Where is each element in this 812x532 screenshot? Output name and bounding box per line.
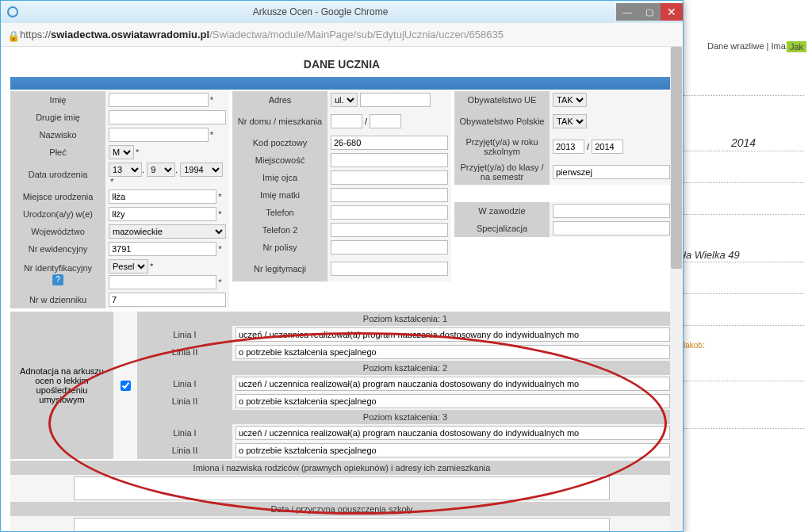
input-p1-linia1[interactable] [236, 327, 670, 342]
bg-address-text: ła Wielka 49 [684, 249, 740, 261]
label-adnotacja: Adnotacja na arkuszu ocen o lekkim upośl… [10, 312, 113, 459]
input-telefon2[interactable] [331, 223, 448, 237]
label-przyjety-rok: Przyjęt(y/a) w roku szkolnym [454, 134, 550, 159]
section-bar [10, 77, 673, 90]
input-miejsce-urodzenia[interactable] [109, 189, 216, 204]
select-id-type[interactable]: Pesel [109, 259, 148, 274]
url-path: /Swiadectwa/module/MainPage/sub/EdytujUc… [209, 29, 504, 40]
input-drugie-imie[interactable] [109, 110, 226, 124]
maximize-button[interactable]: ▢ [638, 3, 661, 21]
poziom-3-header: Poziom kształcenia: 3 [137, 410, 673, 424]
label-imie-ojca: Imię ojca [232, 169, 327, 186]
input-rodzice[interactable] [74, 477, 610, 500]
input-id-value[interactable] [109, 275, 216, 289]
input-p2-linia1[interactable] [236, 377, 670, 391]
select-dob-day[interactable]: 13 [109, 163, 142, 177]
label-nr-legitymacji: Nr legitymacji [232, 256, 327, 281]
label-p2-linia1: Linia I [137, 375, 232, 392]
select-wojewodztwo[interactable]: mazowieckie [109, 224, 226, 239]
input-specjalizacja[interactable] [553, 221, 670, 235]
address-bar[interactable]: 🔒 https://swiadectwa.oswiatawradomiu.pl/… [1, 23, 683, 47]
input-nr-polisy[interactable] [331, 240, 448, 255]
bg-year-text: 2014 [731, 136, 756, 149]
page-content: DANE UCZNIA Imię * Drugie imię Nazwisko … [1, 47, 683, 531]
label-p1-linia1: Linia I [137, 326, 232, 343]
opuszczenie-header: Data i przyczyna opuszczenia szkoły [10, 502, 673, 516]
poziom-2-header: Poziom kształcenia: 2 [137, 361, 673, 375]
label-ob-ue: Obywatelstwo UE [454, 91, 550, 109]
url-scheme: https:// [20, 29, 51, 40]
label-kod-pocztowy: Kod pocztowy [232, 134, 327, 151]
select-ob-pl[interactable]: TAK [553, 114, 587, 128]
input-klasa[interactable] [553, 165, 670, 179]
label-nr-dziennik: Nr w dzienniku [10, 291, 105, 308]
input-w-zawodzie[interactable] [553, 204, 670, 218]
minimize-button[interactable]: — [616, 3, 638, 21]
select-ob-ue[interactable]: TAK [553, 93, 587, 107]
page-title: DANE UCZNIA [10, 52, 673, 77]
input-rok2[interactable] [592, 140, 623, 154]
label-imie: Imię [10, 91, 105, 109]
label-p1-linia2: Linia II [137, 343, 232, 361]
label-przyjety-klasa: Przyjęt(y/a) do klasy / na semestr [454, 159, 550, 185]
vertical-scrollbar[interactable] [670, 47, 683, 531]
select-plec[interactable]: M [109, 145, 134, 159]
input-nr-domu2[interactable] [370, 114, 401, 128]
rodzice-header: Imiona i nazwiska rodziców (prawnych opi… [10, 461, 673, 475]
lock-icon: 🔒 [7, 30, 17, 40]
label-telefon: Telefon [232, 204, 327, 221]
label-nr-domu: Nr domu / mieszkania [232, 109, 327, 134]
input-p2-linia2[interactable] [236, 394, 670, 408]
label-urodzon: Urodzon(a/y) w(e) [10, 205, 105, 223]
input-telefon[interactable] [331, 205, 448, 220]
input-nr-dziennik[interactable] [109, 293, 226, 307]
input-imie-matki[interactable] [331, 188, 448, 202]
background-window: Dane wrazliwe | Ima... Jak 2014 ła Wielk… [684, 0, 812, 532]
label-nr-identyfikacyjny: Nr identyfikacyjny? [10, 258, 105, 291]
scrollbar-thumb[interactable] [671, 47, 682, 269]
label-specjalizacja: Specjalizacja [454, 220, 550, 237]
input-nazwisko[interactable] [109, 128, 209, 142]
input-nr-domu1[interactable] [331, 114, 362, 128]
label-miejsce-urodzenia: Miejsce urodzenia [10, 188, 105, 205]
url-host: swiadectwa.oswiatawradomiu.pl [51, 29, 209, 40]
label-drugie-imie: Drugie imię [10, 109, 105, 126]
label-nazwisko: Nazwisko [10, 126, 105, 144]
select-dob-year[interactable]: 1994 [180, 163, 223, 177]
poziom-1-header: Poziom kształcenia: 1 [137, 312, 673, 326]
input-nr-legitymacji[interactable] [331, 262, 448, 276]
input-kod-pocztowy[interactable] [331, 136, 448, 150]
select-adres-typ[interactable]: ul. [331, 93, 358, 107]
input-adres[interactable] [360, 93, 431, 107]
chrome-icon [7, 6, 18, 17]
close-button[interactable]: ✕ [661, 3, 683, 21]
input-nr-ewidencyjny[interactable] [109, 242, 216, 256]
label-nr-ewidencyjny: Nr ewidencyjny [10, 240, 105, 258]
label-p3-linia2: Linia II [137, 442, 232, 459]
input-opuszczenie[interactable] [74, 518, 610, 531]
help-icon[interactable]: ? [52, 274, 63, 285]
input-p3-linia1[interactable] [236, 426, 670, 440]
window-titlebar[interactable]: Arkusze Ocen - Google Chrome — ▢ ✕ [1, 1, 683, 23]
label-ob-pl: Obywatelstwo Polskie [454, 109, 550, 134]
input-miejscowosc[interactable] [331, 153, 448, 167]
bg-tab-2: Jak [787, 41, 806, 52]
input-rok1[interactable] [553, 140, 584, 154]
input-urodzon[interactable] [109, 207, 216, 221]
input-imie-ojca[interactable] [331, 170, 448, 185]
input-p3-linia2[interactable] [236, 443, 670, 457]
checkbox-adnotacja[interactable] [121, 381, 131, 391]
bg-tab-1: Dane wrazliwe | Ima... [707, 41, 793, 51]
label-p3-linia1: Linia I [137, 424, 232, 442]
input-imie[interactable] [109, 93, 209, 107]
label-p2-linia2: Linia II [137, 392, 232, 410]
window-title: Arkusze Ocen - Google Chrome [25, 6, 616, 17]
bg-orange-text: lakob: [684, 341, 705, 350]
label-nr-polisy: Nr polisy [232, 239, 327, 256]
chrome-popup-window: Arkusze Ocen - Google Chrome — ▢ ✕ 🔒 htt… [0, 0, 684, 532]
select-dob-month[interactable]: 9 [147, 163, 175, 177]
label-adres: Adres [232, 91, 327, 109]
input-p1-linia2[interactable] [236, 345, 670, 359]
label-telefon2: Telefon 2 [232, 221, 327, 239]
label-wojewodztwo: Województwo [10, 223, 105, 240]
